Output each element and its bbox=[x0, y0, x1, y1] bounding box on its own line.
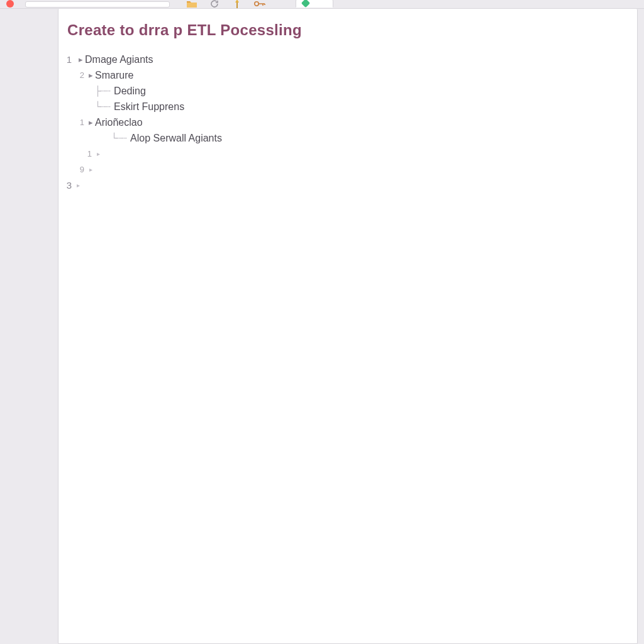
toolbar-icons bbox=[186, 0, 265, 8]
outline-node[interactable]: 1 ▸ Dmage Agiants bbox=[61, 52, 222, 67]
line-number: 9 bbox=[74, 165, 86, 174]
outline-node[interactable]: ├┄┄ Deding bbox=[61, 83, 222, 99]
active-tab[interactable] bbox=[296, 0, 333, 8]
window-controls bbox=[6, 0, 14, 8]
twisty-icon[interactable]: ▸ bbox=[76, 55, 85, 64]
outline-node[interactable]: 1 ▸ bbox=[61, 146, 222, 162]
key-icon[interactable] bbox=[254, 0, 265, 8]
line-number: 3 bbox=[61, 180, 74, 191]
line-number: 1 bbox=[74, 118, 86, 127]
line-number: 1 bbox=[61, 54, 74, 65]
outline-label: Smarure bbox=[95, 70, 133, 81]
refresh-icon[interactable] bbox=[209, 0, 220, 8]
tree-branch-icon: └┄┄ bbox=[95, 101, 114, 113]
tab-diamond-icon bbox=[301, 0, 310, 8]
outline-node[interactable]: 1 ▸ Arioñeclao bbox=[61, 114, 222, 130]
line-number: 2 bbox=[74, 70, 86, 80]
page-title: Create to drra p ETL Pocessling bbox=[67, 21, 302, 39]
outline-node[interactable]: └┄┄ Alop Serwall Agiants bbox=[61, 130, 222, 146]
svg-point-1 bbox=[255, 2, 258, 6]
outline-label: Dmage Agiants bbox=[85, 54, 153, 65]
outline-node[interactable]: 9 ▸ bbox=[61, 162, 222, 177]
twisty-icon[interactable]: ▸ bbox=[86, 118, 95, 127]
line-number: 1 bbox=[81, 149, 94, 158]
folder-icon[interactable] bbox=[186, 0, 197, 8]
twisty-icon[interactable]: ▸ bbox=[86, 70, 95, 80]
outline-node[interactable]: 3 ▸ bbox=[61, 177, 222, 193]
address-input[interactable] bbox=[25, 1, 170, 8]
document-panel: Create to drra p ETL Pocessling 1 ▸ Dmag… bbox=[58, 9, 638, 644]
outline-tree: 1 ▸ Dmage Agiants 2 ▸ Smarure ├┄┄ Deding… bbox=[61, 52, 222, 193]
pin-icon[interactable] bbox=[231, 0, 243, 8]
tree-branch-icon: └┄┄ bbox=[111, 133, 130, 144]
outline-node[interactable]: 2 ▸ Smarure bbox=[61, 67, 222, 83]
top-toolbar bbox=[0, 0, 644, 9]
outline-label: Arioñeclao bbox=[95, 117, 143, 128]
tree-branch-icon: ├┄┄ bbox=[95, 86, 114, 97]
close-icon[interactable] bbox=[6, 0, 14, 8]
outline-node[interactable]: └┄┄ Eskirt Fupprens bbox=[61, 99, 222, 114]
outline-label: Alop Serwall Agiants bbox=[130, 133, 222, 144]
svg-rect-0 bbox=[236, 3, 238, 8]
outline-label: Deding bbox=[114, 86, 146, 97]
outline-label: Eskirt Fupprens bbox=[114, 101, 184, 113]
